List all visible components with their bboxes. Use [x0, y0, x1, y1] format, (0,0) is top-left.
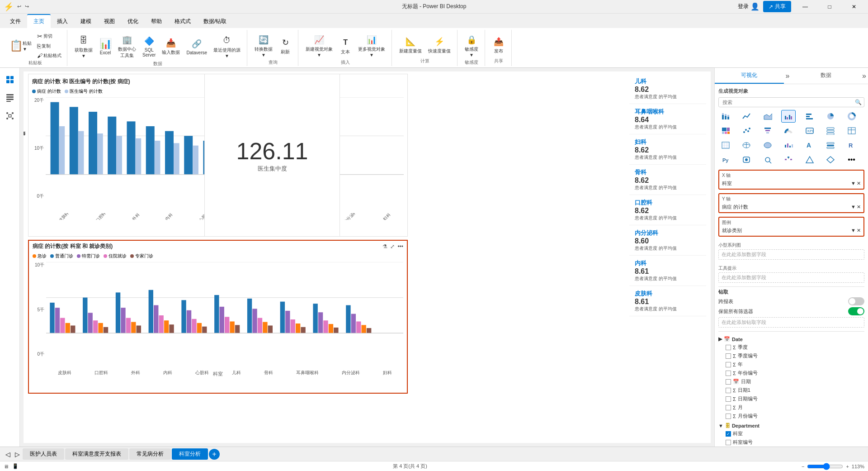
tooltip-placeholder[interactable]: 在此处添加数据字段	[718, 272, 864, 283]
expand-icon[interactable]: ⤢	[390, 243, 395, 250]
format-painter-button[interactable]: 🖌粘贴格式	[35, 52, 63, 60]
nav-left-icon[interactable]: ◁	[4, 451, 12, 458]
funnel-icon[interactable]	[760, 124, 775, 137]
tab-insert[interactable]: 插入	[51, 15, 74, 28]
text-box-icon[interactable]: A	[802, 139, 817, 152]
horizontal-bar-icon[interactable]	[802, 110, 817, 123]
info-card-dental[interactable]: 口腔科 8.62 患者满意度 的平均值	[629, 195, 706, 225]
y-axis-remove[interactable]: ✕	[857, 204, 861, 210]
tree-item-quarter-num[interactable]: Σ 季度编号	[718, 352, 864, 360]
share-button[interactable]: ↗ 共享	[763, 1, 791, 12]
tree-item-month[interactable]: Σ 月	[718, 403, 864, 412]
tab-dept-satisfaction[interactable]: 科室满意度开支报表	[65, 448, 128, 460]
tree-item-year[interactable]: Σ 年	[718, 360, 864, 369]
cross-report-toggle[interactable]	[848, 297, 864, 305]
tab-format[interactable]: 格式式	[168, 15, 197, 28]
paste-button[interactable]: 📋 粘贴▼	[7, 38, 34, 54]
date1-checkbox[interactable]	[726, 388, 731, 393]
recent-sources-button[interactable]: ⏱ 最近使用的源 ▼	[211, 33, 243, 60]
tree-item-date[interactable]: 📅 日期	[718, 377, 864, 386]
info-card-orthopedics[interactable]: 骨科 8.62 患者满意度 的平均值	[629, 165, 706, 195]
info-card-endocrine[interactable]: 内分泌科 8.60 患者满意度 的平均值	[629, 225, 706, 256]
month-num-checkbox[interactable]	[726, 414, 731, 419]
tree-item-month-num[interactable]: Σ 月份编号	[718, 412, 864, 420]
report-view-icon[interactable]	[2, 71, 18, 88]
info-card-internal[interactable]: 内科 8.61 患者满意度 的平均值	[629, 256, 706, 286]
new-measure-button[interactable]: 📐 新建度量值	[396, 33, 425, 56]
dataverse-button[interactable]: 🔗 Dataverse	[184, 36, 210, 57]
keep-filters-toggle[interactable]	[848, 307, 864, 315]
copy-button[interactable]: ⎘复制	[35, 42, 63, 51]
legend-remove[interactable]: ✕	[857, 228, 861, 233]
zoom-slider[interactable]	[807, 463, 843, 470]
slicer-icon[interactable]	[823, 139, 838, 152]
shape-map-icon[interactable]	[802, 153, 817, 166]
ai-visual-icon[interactable]	[739, 153, 754, 166]
minimize-button[interactable]: —	[795, 0, 816, 14]
grouped-bar-icon[interactable]	[781, 110, 796, 123]
y-axis-dropdown[interactable]: ▼	[851, 204, 856, 210]
visualization-tab[interactable]: 可视化	[715, 68, 784, 84]
quarter-num-checkbox[interactable]	[726, 353, 731, 359]
y-axis-well[interactable]: Y 轴 病症 的计数 ▼ ✕	[718, 193, 864, 213]
zoom-in-icon[interactable]: +	[846, 464, 849, 469]
info-card-ent[interactable]: 耳鼻咽喉科 8.64 患者满意度 的平均值	[629, 104, 706, 134]
quick-measure-button[interactable]: ⚡ 快速度量值	[425, 33, 453, 56]
nav-right-icon[interactable]: ▷	[13, 451, 22, 458]
tree-item-dept-num[interactable]: 科室编号	[718, 438, 864, 447]
map-icon[interactable]	[739, 139, 754, 152]
x-axis-well[interactable]: X 轴 科室 ▼ ✕	[718, 170, 864, 190]
publish-button[interactable]: 📤 发布	[490, 33, 508, 56]
donut-chart-icon[interactable]	[844, 110, 859, 123]
refresh-button[interactable]: ↻ 刷新	[276, 34, 294, 57]
stacked-bar-icon[interactable]	[718, 110, 733, 123]
sensitivity-button[interactable]: 🔒 敏感度 ▼	[462, 32, 481, 59]
waterfall-icon[interactable]	[781, 139, 796, 152]
filter-icon[interactable]: ⚗	[382, 243, 387, 250]
date-checkbox[interactable]	[726, 379, 731, 385]
info-card-erke[interactable]: 儿科 8.62 患者满意度 的平均值	[629, 74, 706, 104]
add-page-button[interactable]: +	[209, 449, 220, 460]
tab-help[interactable]: 帮助	[145, 15, 168, 28]
r-script-icon[interactable]: R	[844, 139, 859, 152]
tab-home[interactable]: 主页	[27, 14, 51, 28]
quarter-checkbox[interactable]	[726, 345, 731, 350]
tab-optimize[interactable]: 优化	[121, 15, 145, 28]
gauge-icon[interactable]	[781, 124, 796, 137]
zoom-out-icon[interactable]: −	[802, 464, 804, 469]
cut-button[interactable]: ✂剪切	[35, 32, 63, 41]
treemap-icon[interactable]	[718, 124, 733, 137]
pie-chart-icon[interactable]	[823, 110, 838, 123]
multirow-card-icon[interactable]	[823, 124, 838, 137]
model-view-icon[interactable]	[2, 108, 18, 124]
tree-item-date-num[interactable]: Σ 日期编号	[718, 395, 864, 403]
filled-map-icon[interactable]	[760, 139, 775, 152]
info-card-dermatology[interactable]: 皮肤科 8.61 患者满意度 的平均值	[629, 286, 706, 316]
python-icon[interactable]: Py	[718, 153, 733, 166]
expand-data-panel-button[interactable]: »	[860, 68, 868, 84]
matrix-icon[interactable]	[718, 139, 733, 152]
info-card-gynecology[interactable]: 妇科 8.62 患者满意度 的平均值	[629, 134, 706, 165]
tab-dept-analysis[interactable]: 科室分析	[172, 448, 208, 460]
tab-view[interactable]: 视图	[98, 15, 121, 28]
x-axis-dropdown[interactable]: ▼	[851, 181, 856, 186]
tab-file[interactable]: 文件	[4, 15, 27, 28]
new-visual-button[interactable]: 📈 新建视觉对象 ▼	[303, 32, 335, 59]
dept-num-checkbox[interactable]	[726, 440, 731, 445]
line-chart-icon[interactable]	[739, 110, 754, 123]
x-axis-remove[interactable]: ✕	[857, 181, 861, 186]
tree-item-year-num[interactable]: Σ 年份编号	[718, 369, 864, 377]
data-hub-button[interactable]: 🏢 数据中心 工具集	[115, 32, 139, 61]
area-chart-icon[interactable]	[760, 110, 775, 123]
tab-model[interactable]: 建模	[74, 15, 98, 28]
year-checkbox[interactable]	[726, 362, 731, 367]
expand-panel-button[interactable]: »	[784, 68, 792, 84]
month-checkbox[interactable]	[726, 405, 731, 410]
legend-well[interactable]: 图例 就诊类别 ▼ ✕	[718, 217, 864, 237]
legend-dropdown[interactable]: ▼	[851, 228, 856, 233]
account-button[interactable]: 登录 👤	[738, 2, 760, 11]
more-visuals-grid-icon[interactable]: •••	[844, 153, 859, 166]
excel-button[interactable]: 📊 Excel	[96, 36, 114, 57]
bottom-chart[interactable]: 病症 的计数(按 科室 和 就诊类别) ⚗ ⤢ ••• 急诊 普通门诊 特需门诊…	[28, 240, 408, 394]
get-data-button[interactable]: 🗄 获取数据 ▼	[72, 33, 95, 60]
